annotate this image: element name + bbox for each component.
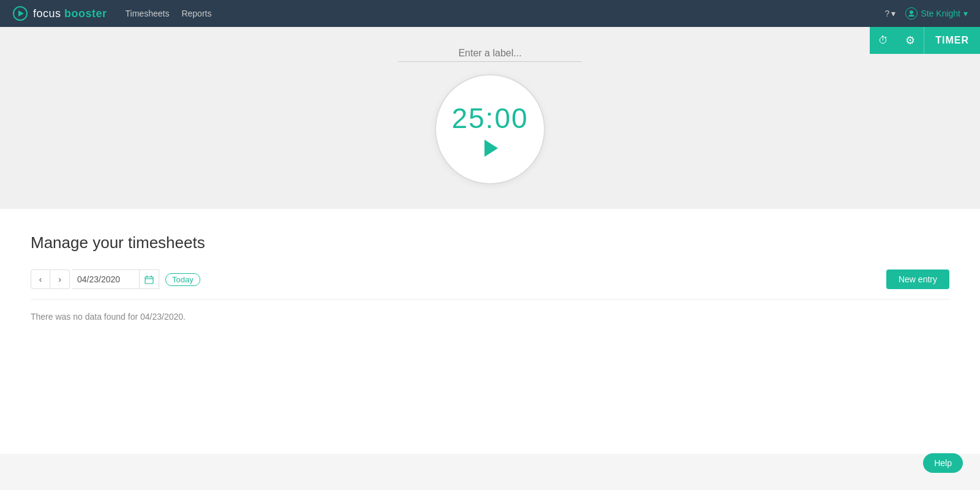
new-entry-button[interactable]: New entry (886, 270, 949, 289)
navbar: focus booster Timesheets Reports ? ▾ Ste… (0, 0, 980, 27)
timer-settings-button[interactable]: ⚙ (897, 27, 924, 54)
calendar-icon-button[interactable] (140, 270, 159, 289)
date-prev-button[interactable]: ‹ (31, 270, 50, 289)
timer-play-button[interactable] (482, 140, 498, 157)
play-icon (484, 140, 498, 157)
brand-logo-icon (12, 6, 28, 21)
user-menu-button[interactable]: Ste Knight ▾ (905, 7, 968, 20)
svg-rect-3 (145, 277, 153, 284)
help-menu-button[interactable]: ? ▾ (885, 9, 896, 18)
timer-panel: ⏱ ⚙ TIMER (870, 27, 980, 54)
date-controls: ‹ › Today New entry (31, 270, 949, 300)
timesheets-title: Manage your timesheets (31, 233, 949, 252)
nav-reports[interactable]: Reports (181, 9, 211, 18)
calendar-icon (145, 275, 154, 284)
help-dropdown-icon: ▾ (891, 9, 895, 18)
navbar-right: ? ▾ Ste Knight ▾ (885, 7, 968, 20)
svg-marker-1 (18, 10, 24, 17)
timesheets-section: Manage your timesheets ‹ › Today New ent… (0, 209, 980, 454)
today-badge[interactable]: Today (165, 273, 200, 286)
timer-panel-label[interactable]: TIMER (924, 27, 980, 54)
help-float-button[interactable]: Help (923, 453, 963, 473)
timer-circle: 25:00 (435, 74, 545, 184)
user-avatar-icon (905, 7, 918, 20)
nav-links: Timesheets Reports (126, 9, 212, 18)
timer-label-input[interactable] (398, 45, 582, 62)
timer-section: 25:00 (0, 27, 980, 209)
user-dropdown-icon: ▾ (963, 9, 968, 18)
timer-display: 25:00 (451, 102, 528, 135)
user-name: Ste Knight (921, 9, 960, 18)
date-input[interactable] (72, 270, 140, 289)
date-next-button[interactable]: › (50, 270, 70, 289)
no-data-message: There was no data found for 04/23/2020. (31, 312, 949, 322)
brand-name: focus booster (33, 7, 107, 20)
timer-clock-icon: ⏱ (878, 35, 888, 46)
brand[interactable]: focus booster (12, 6, 107, 21)
help-question-icon: ? (885, 9, 890, 18)
timer-gear-icon: ⚙ (905, 34, 915, 47)
timer-clock-button[interactable]: ⏱ (870, 27, 897, 54)
svg-point-2 (910, 10, 913, 14)
nav-timesheets[interactable]: Timesheets (126, 9, 170, 18)
